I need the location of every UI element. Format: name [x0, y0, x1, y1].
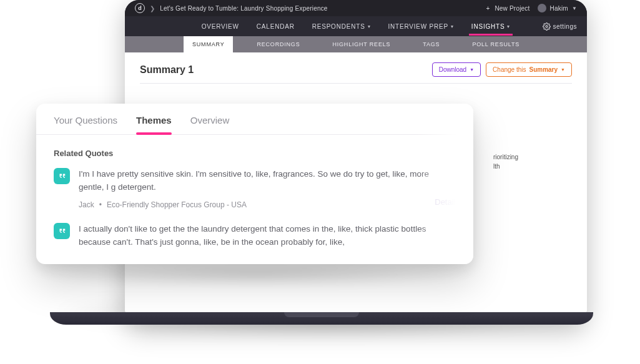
user-name: Hakim: [550, 5, 568, 12]
change-label: Change this: [493, 66, 526, 73]
quote-icon: [54, 223, 70, 239]
project-title[interactable]: Let's Get Ready to Tumble: Laundry Shopp…: [160, 5, 327, 12]
summary-header: Summary 1 Download ▼ Change this Summary…: [125, 52, 587, 83]
download-label: Download: [439, 66, 466, 73]
plus-icon: +: [486, 5, 490, 12]
card-shadow: [31, 262, 481, 287]
quote-icon: [54, 168, 70, 184]
quote-row: I'm I have pretty sensitive skin. I'm se…: [54, 168, 456, 209]
download-button[interactable]: Download ▼: [432, 62, 481, 77]
subnav-poll-results[interactable]: POLL RESULTS: [463, 36, 528, 52]
nav-respondents[interactable]: RESPONDENTS▾: [312, 23, 371, 30]
user-menu[interactable]: Hakim ▼: [538, 4, 577, 12]
nav-interview-prep[interactable]: INTERVIEW PREP▾: [388, 23, 453, 30]
svg-point-0: [545, 25, 547, 27]
nav-label: OVERVIEW: [202, 23, 239, 30]
chevron-down-icon: ▼: [561, 67, 565, 72]
new-project-button[interactable]: + New Project: [486, 5, 529, 12]
section-title: Related Quotes: [54, 149, 456, 158]
sub-nav: SUMMARY RECORDINGS HIGHLIGHT REELS TAGS …: [125, 36, 587, 52]
obscured-text-fragment: rioritizing lth: [493, 152, 518, 171]
chevron-down-icon: ▼: [572, 6, 577, 11]
panel-body: Related Quotes I'm I have pretty sensiti…: [36, 135, 473, 249]
main-nav: OVERVIEW CALENDAR RESPONDENTS▾ INTERVIEW…: [125, 16, 587, 36]
tab-themes[interactable]: Themes: [136, 115, 172, 134]
tab-your-questions[interactable]: Your Questions: [54, 115, 117, 134]
chevron-down-icon: ▾: [368, 24, 371, 29]
quote-row: I actually don't like to get the the lau…: [54, 223, 456, 249]
settings-button[interactable]: settings: [543, 22, 577, 31]
subnav-tags[interactable]: TAGS: [414, 36, 448, 52]
settings-label: settings: [553, 23, 577, 30]
fragment-line: lth: [493, 162, 518, 171]
tab-overview[interactable]: Overview: [190, 115, 230, 134]
quote-text: I actually don't like to get the the lau…: [79, 223, 456, 249]
subnav-summary[interactable]: SUMMARY: [184, 36, 233, 52]
chevron-down-icon: ▼: [470, 67, 474, 72]
subnav-highlight-reels[interactable]: HIGHLIGHT REELS: [323, 36, 399, 52]
summary-title: Summary 1: [140, 64, 194, 76]
change-summary-button[interactable]: Change this Summary ▼: [486, 62, 572, 77]
nav-calendar[interactable]: CALENDAR: [257, 23, 295, 30]
nav-insights[interactable]: INSIGHTS▾: [471, 23, 510, 30]
nav-label: INTERVIEW PREP: [388, 23, 448, 30]
laptop-base: [50, 312, 593, 325]
nav-label: INSIGHTS: [471, 23, 505, 30]
details-ghost-link[interactable]: Details: [435, 197, 460, 207]
fragment-line: rioritizing: [493, 152, 518, 162]
quote-text: I'm I have pretty sensitive skin. I'm se…: [79, 168, 456, 194]
quote-meta: Jack • Eco-Friendly Shopper Focus Group …: [79, 200, 456, 209]
quote-author: Jack: [79, 200, 94, 209]
subnav-recordings[interactable]: RECORDINGS: [248, 36, 308, 52]
breadcrumb-chevron-icon: ❯: [150, 5, 155, 12]
new-project-label: New Project: [495, 5, 529, 12]
titlebar: d ❯ Let's Get Ready to Tumble: Laundry S…: [125, 0, 587, 16]
quote-source: Eco-Friendly Shopper Focus Group - USA: [107, 200, 247, 209]
nav-label: CALENDAR: [257, 23, 295, 30]
app-logo-icon: d: [135, 3, 145, 13]
change-label-em: Summary: [529, 66, 558, 73]
nav-label: RESPONDENTS: [312, 23, 365, 30]
chevron-down-icon: ▾: [451, 24, 454, 29]
panel-tabs: Your Questions Themes Overview: [36, 104, 473, 135]
themes-panel: Your Questions Themes Overview Related Q…: [36, 104, 473, 264]
chevron-down-icon: ▾: [507, 24, 510, 29]
divider: [140, 83, 572, 84]
nav-overview[interactable]: OVERVIEW: [202, 23, 239, 30]
avatar-icon: [538, 4, 546, 12]
gear-icon: [543, 22, 551, 31]
